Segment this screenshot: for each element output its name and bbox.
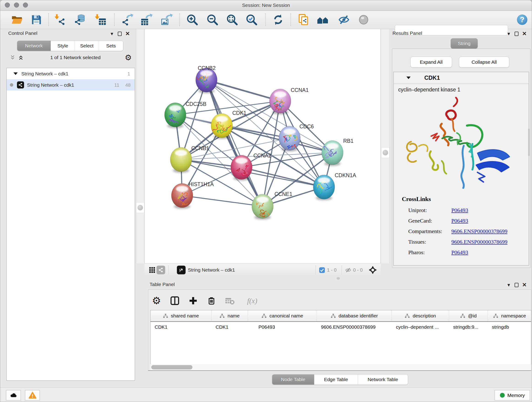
- memory-button[interactable]: Memory: [495, 390, 530, 400]
- column-header--id[interactable]: @id: [449, 310, 488, 321]
- crosslink-link[interactable]: P06493: [451, 249, 468, 255]
- caret-down-icon[interactable]: [406, 77, 411, 79]
- selected-checkbox-icon[interactable]: [319, 267, 325, 273]
- import-network-from-database-button[interactable]: [74, 14, 86, 26]
- panel-float-icon[interactable]: [118, 32, 122, 36]
- delete-table-button[interactable]: [224, 294, 236, 307]
- right-splitter-handle[interactable]: [381, 147, 389, 158]
- tab-network[interactable]: Network: [17, 41, 51, 51]
- panel-menu-icon[interactable]: ▼: [110, 32, 114, 36]
- network-node-CDK1[interactable]: [211, 114, 233, 139]
- cloud-button[interactable]: [6, 390, 21, 400]
- crosslink-link[interactable]: P06493: [451, 218, 468, 224]
- network-canvas[interactable]: CCNB2CCNA1CDC25BCDK1CDC6RB1CCNB1CCNA2CDK…: [145, 29, 380, 263]
- function-builder-button[interactable]: f(x): [242, 294, 263, 307]
- gear-icon[interactable]: ⚙: [125, 54, 132, 61]
- panel-close-icon[interactable]: ✕: [522, 282, 527, 288]
- column-header-canonical-name[interactable]: canonical name: [248, 310, 317, 321]
- tab-select[interactable]: Select: [75, 41, 99, 51]
- collapse-all-chevron-icon[interactable]: [10, 55, 16, 61]
- fit-content-crosshair-icon[interactable]: [369, 266, 377, 274]
- network-node-CCNB2[interactable]: [196, 68, 217, 93]
- column-header-description[interactable]: description: [392, 310, 449, 321]
- column-header-name[interactable]: name: [211, 310, 248, 321]
- zoom-out-button[interactable]: [206, 14, 218, 26]
- open-session-button[interactable]: [11, 14, 23, 26]
- table-cell: P06493: [248, 324, 317, 330]
- zoom-in-button[interactable]: [186, 14, 198, 26]
- help-button[interactable]: ?: [516, 14, 528, 26]
- panel-close-icon[interactable]: ✕: [522, 31, 527, 36]
- panel-menu-icon[interactable]: ▼: [507, 283, 511, 287]
- network-node-RB1[interactable]: [322, 140, 343, 166]
- hidden-eye-slash-icon[interactable]: [345, 267, 351, 273]
- birds-eye-grid-icon[interactable]: [148, 266, 157, 274]
- table-row[interactable]: CDK1CDK1P064939606.ENSP00000378699cyclin…: [151, 322, 531, 332]
- network-row[interactable]: String Network – cdk1 11 48: [7, 79, 135, 90]
- add-column-button[interactable]: [187, 294, 199, 307]
- crosslink-link[interactable]: P06493: [451, 207, 468, 213]
- zoom-fit-icon: [226, 14, 238, 26]
- panel-close-icon[interactable]: ✕: [125, 31, 130, 36]
- column-header-shared-name[interactable]: shared name: [151, 310, 211, 321]
- table-settings-button[interactable]: ⚙: [150, 294, 163, 307]
- right-splitter[interactable]: [381, 29, 390, 263]
- network-node-CDKN1A[interactable]: [313, 175, 335, 200]
- show-hidden-button[interactable]: [358, 14, 370, 26]
- network-collection-row[interactable]: String Network – cdk1 1: [7, 68, 135, 79]
- window-title: Session: New Session: [0, 2, 532, 8]
- warning-button[interactable]: [25, 390, 40, 400]
- export-network-button[interactable]: [121, 14, 133, 26]
- left-splitter[interactable]: [136, 29, 145, 263]
- collapse-all-button[interactable]: Collapse All: [459, 57, 509, 68]
- hide-selected-button[interactable]: [338, 14, 350, 26]
- tab-edge-table[interactable]: Edge Table: [314, 375, 358, 385]
- tab-network-table[interactable]: Network Table: [358, 375, 408, 385]
- export-table-button[interactable]: [141, 14, 152, 26]
- apply-layout-button[interactable]: [272, 14, 284, 26]
- zoom-selected-button[interactable]: [246, 14, 258, 26]
- network-node-CDC6[interactable]: [279, 126, 300, 152]
- delete-column-button[interactable]: [205, 294, 218, 307]
- caret-down-icon[interactable]: [13, 72, 18, 75]
- zoom-fit-button[interactable]: [226, 14, 238, 26]
- clone-network-button[interactable]: [298, 14, 309, 26]
- panel-float-icon[interactable]: [515, 283, 519, 287]
- network-share-icon[interactable]: [157, 266, 165, 274]
- cdk1-card-header[interactable]: CDK1: [394, 72, 529, 84]
- table-type-tabs: Node Table Edge Table Network Table: [272, 374, 408, 385]
- crosslink-link[interactable]: 9606.ENSP00000378699: [451, 228, 507, 235]
- save-session-button[interactable]: [31, 14, 42, 26]
- tab-sets[interactable]: Sets: [99, 41, 123, 51]
- import-table-from-file-button[interactable]: [94, 14, 106, 26]
- network-edge: [206, 80, 280, 101]
- show-columns-button[interactable]: [169, 294, 181, 307]
- left-splitter-handle[interactable]: [136, 202, 144, 213]
- export-image-button[interactable]: [161, 14, 173, 26]
- network-node-CCNA2[interactable]: [231, 155, 252, 181]
- network-node-CCNB1[interactable]: [170, 147, 192, 173]
- tab-node-table[interactable]: Node Table: [272, 375, 314, 385]
- show-all-networks-button[interactable]: [317, 14, 329, 26]
- expand-all-chevron-icon[interactable]: [18, 55, 24, 61]
- open-in-window-icon[interactable]: [177, 266, 186, 274]
- results-tab-string[interactable]: String: [451, 38, 478, 49]
- selected-counts: 1 - 0: [327, 267, 336, 273]
- results-scrollbar-thumb[interactable]: [528, 128, 530, 156]
- horizontal-splitter-handle[interactable]: [336, 277, 340, 280]
- network-graph[interactable]: CCNB2CCNA1CDC25BCDK1CDC6RB1CCNB1CCNA2CDK…: [145, 29, 381, 263]
- table-panel-title: Table Panel: [150, 282, 175, 287]
- scrollbar-thumb[interactable]: [151, 365, 192, 370]
- column-header-database-identifier[interactable]: database identifier: [317, 310, 392, 321]
- expand-all-button[interactable]: Expand All: [410, 57, 452, 68]
- panel-menu-icon[interactable]: ▼: [507, 32, 511, 36]
- panel-float-icon[interactable]: [515, 32, 519, 36]
- network-node-CDC25B[interactable]: [165, 103, 186, 128]
- tab-style[interactable]: Style: [51, 41, 75, 51]
- import-network-from-file-button[interactable]: [54, 14, 66, 26]
- table-horizontal-scrollbar[interactable]: [151, 364, 531, 370]
- column-header-namespace[interactable]: namespace: [488, 310, 531, 321]
- crosslink-link[interactable]: 9606.ENSP00000378699: [451, 239, 507, 245]
- network-node-CCNE1[interactable]: [252, 194, 273, 220]
- network-node-CCNA1[interactable]: [269, 89, 291, 114]
